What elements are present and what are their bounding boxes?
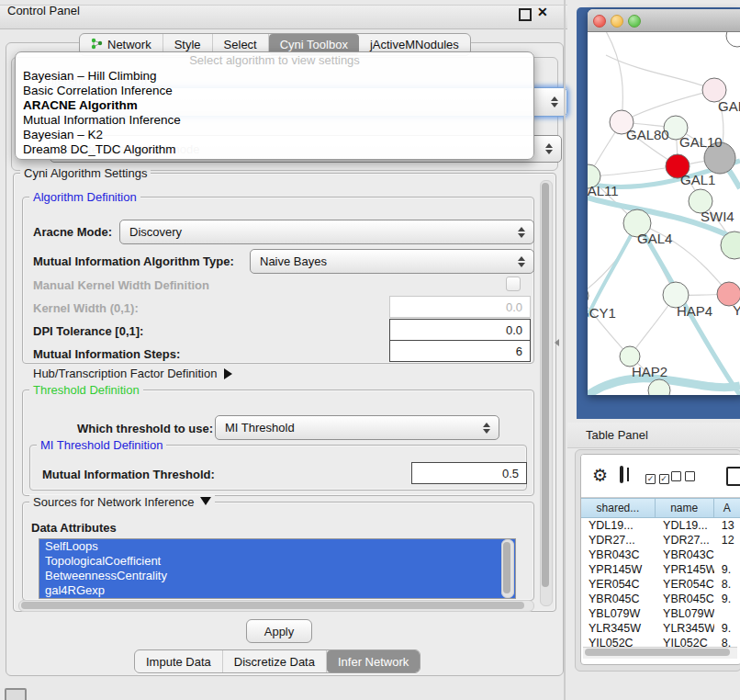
dropdown-item[interactable]: Mutual Information Inference [16, 113, 533, 128]
dpi-tolerance-field[interactable]: 0.0 [389, 319, 531, 341]
aracne-mode-combobox[interactable]: Discovery [119, 220, 534, 244]
network-node-label: GCY1 [588, 305, 616, 321]
attributes-vscrollbar[interactable] [501, 539, 514, 598]
table-cell[interactable]: YBR043C [581, 548, 656, 562]
table-hscrollbar[interactable] [583, 647, 737, 659]
network-edge [588, 223, 637, 317]
table-cell[interactable]: 9. [714, 592, 740, 606]
settings-hscrollbar-thumb[interactable] [21, 602, 524, 609]
combo-stepper-icon [542, 143, 556, 154]
corner-widget-button[interactable] [5, 688, 27, 700]
divider-collapse-icon[interactable] [555, 339, 559, 346]
kernel-width-value: 0.0 [506, 300, 522, 314]
column-header[interactable]: shared... [581, 498, 656, 518]
tab-impute-data[interactable]: Impute Data [135, 650, 223, 672]
kernel-width-field[interactable]: 0.0 [389, 296, 531, 318]
table-cell[interactable]: YPR145W [581, 562, 656, 577]
settings-vscrollbar-thumb[interactable] [542, 183, 549, 587]
deselect-all-columns-icon[interactable] [671, 470, 695, 484]
attribute-list-item[interactable]: gal4RGexp [39, 583, 515, 598]
table-cell[interactable]: YBL079W [656, 606, 714, 621]
apply-button[interactable]: Apply [246, 619, 312, 643]
network-node-label: GAL11 [588, 183, 619, 198]
table-cell[interactable]: 13 [714, 518, 740, 533]
panel-divider[interactable] [564, 0, 566, 700]
zoom-window-icon[interactable] [628, 15, 641, 28]
table-cell[interactable]: YBR045C [656, 592, 714, 606]
table-cell[interactable]: 9. [714, 621, 740, 636]
network-node-label: GAL80 [626, 127, 669, 142]
attributes-vscrollbar-thumb[interactable] [503, 542, 510, 593]
tab-label: jActiveMNodules [370, 38, 459, 51]
table-cell[interactable]: YBR043C [656, 548, 714, 562]
tab-discretize-data[interactable]: Discretize Data [223, 650, 327, 672]
table-cell[interactable]: YER054C [656, 577, 714, 592]
table-cell[interactable]: YDL19... [656, 518, 714, 533]
hub-definition-toggle[interactable]: Hub/Transcription Factor Definition [33, 367, 232, 380]
table-cell[interactable]: 8. [714, 577, 740, 592]
network-canvas[interactable]: GALGAL80GAL10GAL1GAL11SWI4GAL4GCY1HAP4YH… [588, 32, 740, 395]
table-cell[interactable]: 12 [714, 533, 740, 548]
close-panel-icon[interactable]: ✕ [537, 5, 548, 19]
export-table-icon[interactable] [726, 467, 740, 486]
attribute-list-item[interactable]: TopologicalCoefficient [39, 554, 515, 569]
table-cell[interactable]: YDR27... [656, 533, 714, 548]
network-window-titlebar[interactable] [588, 9, 740, 32]
table-row[interactable]: YDL19...YDL19...13 [581, 518, 740, 533]
manual-kernel-checkbox[interactable] [506, 277, 521, 291]
table-row[interactable]: YDR27...YDR27...12 [581, 533, 740, 548]
network-node[interactable] [726, 32, 740, 47]
dropdown-item[interactable]: Bayesian – K2 [16, 128, 533, 142]
table-cell[interactable]: YLR345W [581, 621, 656, 636]
cyni-settings-title: Cyni Algorithm Settings [20, 166, 151, 180]
attribute-list-item[interactable]: BetweennessCentrality [39, 569, 515, 583]
tab-infer-network[interactable]: Infer Network [327, 650, 420, 672]
table-row[interactable]: YBL079WYBL079W [581, 606, 740, 621]
float-panel-icon[interactable] [519, 8, 532, 21]
column-header[interactable]: A [714, 498, 740, 518]
table-row[interactable]: YER054CYER054C8. [581, 577, 740, 592]
select-all-columns-icon[interactable]: ✓ ✓ [645, 470, 669, 484]
minimize-window-icon[interactable] [611, 15, 623, 28]
mi-type-combobox[interactable]: Naive Bayes [250, 249, 534, 274]
mi-steps-field[interactable]: 6 [389, 340, 531, 362]
dropdown-item[interactable]: ARACNE Algorithm [16, 98, 533, 113]
which-threshold-combobox[interactable]: MI Threshold [215, 415, 499, 440]
table-cell[interactable]: YER054C [581, 577, 656, 592]
table-row[interactable]: YPR145WYPR145W9. [581, 562, 740, 577]
dropdown-list: Bayesian – Hill ClimbingBasic Correlatio… [16, 69, 533, 157]
table-row[interactable]: YBR043CYBR043C [581, 548, 740, 562]
table-cell[interactable]: YLR345W [656, 621, 714, 636]
table-hscrollbar-thumb[interactable] [585, 649, 730, 656]
mi-threshold-field[interactable]: 0.5 [411, 462, 527, 484]
gear-icon[interactable]: ⚙ [592, 465, 608, 486]
table-row[interactable]: YBR045CYBR045C9. [581, 592, 740, 606]
tab-label: Cyni Toolbox [280, 38, 348, 51]
table-row[interactable]: YLR345WYLR345W9. [581, 621, 740, 636]
table-cell[interactable]: YDL19... [581, 518, 656, 533]
settings-vscrollbar[interactable] [540, 180, 553, 606]
columns-icon[interactable] [620, 466, 623, 483]
threshold-definition-title: Threshold Definition [29, 383, 143, 397]
table-cell[interactable] [714, 548, 740, 562]
table-cell[interactable]: YBL079W [581, 606, 656, 621]
dropdown-item[interactable]: Basic Correlation Inference [16, 84, 533, 98]
sources-group-toggle[interactable]: Sources for Network Inference [29, 495, 215, 509]
settings-hscrollbar[interactable] [18, 600, 534, 612]
table-cell[interactable]: 9. [714, 562, 740, 577]
which-threshold-value: MI Threshold [225, 421, 295, 435]
table-cell[interactable]: YBR045C [581, 592, 656, 606]
dropdown-item[interactable]: Bayesian – Hill Climbing [16, 69, 533, 84]
close-window-icon[interactable] [593, 15, 606, 28]
column-header[interactable]: name [656, 498, 714, 518]
table-cell[interactable]: YDR27... [581, 533, 656, 548]
network-icon [91, 38, 103, 52]
algorithm-definition-title: Algorithm Definition [29, 190, 140, 204]
mi-steps-label: Mutual Information Steps: [33, 347, 180, 361]
attribute-list-item[interactable]: SelfLoops [39, 539, 515, 554]
algorithm-dropdown-popup: Select algorithm to view settings Bayesi… [15, 51, 534, 160]
control-panel-titlebar [0, 5, 567, 29]
table-cell[interactable] [714, 606, 740, 621]
table-cell[interactable]: YPR145W [656, 562, 714, 577]
dropdown-item[interactable]: Dream8 DC_TDC Algorithm [16, 142, 533, 157]
